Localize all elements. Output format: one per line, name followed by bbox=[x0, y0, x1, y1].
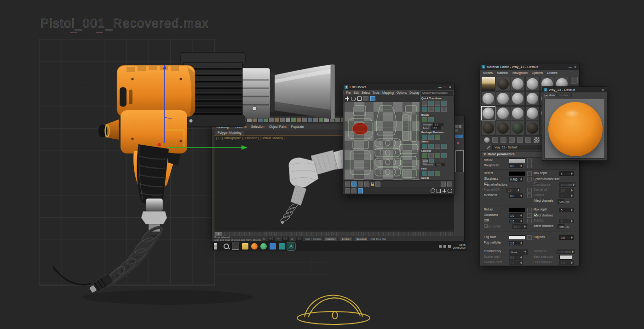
uv-menu-item[interactable]: Options bbox=[397, 91, 407, 94]
pelt-map-icon[interactable] bbox=[435, 171, 440, 176]
scatter-spinner[interactable]: 0.0 bbox=[509, 255, 523, 260]
preview-title-bar[interactable]: 3 vray_13 - Default × bbox=[542, 87, 607, 92]
ior-spinner[interactable]: 1.6 bbox=[509, 219, 523, 223]
brush-section[interactable]: Brush bbox=[421, 113, 429, 116]
maximize-icon[interactable]: □ bbox=[443, 85, 448, 89]
reshape-section[interactable]: Reshape Elements bbox=[421, 131, 444, 134]
peel-section[interactable]: Peel bbox=[421, 167, 426, 170]
refract-map-button[interactable] bbox=[527, 208, 532, 212]
material-sample-slot[interactable] bbox=[481, 106, 495, 120]
stitch-section[interactable]: Stitch bbox=[421, 140, 428, 143]
command-panel-tab-icon[interactable] bbox=[459, 125, 461, 128]
reset-map-icon[interactable] bbox=[509, 137, 515, 143]
material-sample-slot[interactable] bbox=[511, 77, 525, 91]
mirror-tool-icon[interactable] bbox=[370, 96, 375, 101]
zoom-tool-icon[interactable] bbox=[431, 188, 435, 193]
assign-material-icon[interactable] bbox=[500, 137, 506, 143]
ior-map-button[interactable] bbox=[527, 219, 532, 223]
weld-icon[interactable] bbox=[429, 159, 434, 163]
material-editor-menu-item[interactable]: Material bbox=[497, 71, 508, 74]
uv-texture-dropdown[interactable]: CheckerPattern (Checker) bbox=[421, 91, 453, 96]
command-panel-sliver[interactable] bbox=[454, 124, 464, 236]
material-sample-slot[interactable] bbox=[481, 121, 495, 135]
refract-glossiness-map-button[interactable] bbox=[527, 213, 532, 218]
material-sample-slot[interactable] bbox=[511, 121, 525, 135]
material-sample-slot[interactable] bbox=[496, 77, 510, 91]
tray-icon[interactable] bbox=[439, 245, 442, 248]
space-v-icon[interactable] bbox=[428, 107, 434, 112]
fresnel-ior-spinner[interactable]: 1.6 bbox=[506, 188, 520, 193]
fog-bias-spinner[interactable]: 0.0 bbox=[559, 235, 574, 240]
backside-color-swatch[interactable] bbox=[559, 255, 572, 260]
uv-menu-item[interactable]: Select bbox=[362, 91, 370, 94]
material-editor-menu-item[interactable]: Modes bbox=[483, 71, 493, 74]
command-panel-tab-icon[interactable] bbox=[455, 129, 458, 132]
get-material-icon[interactable] bbox=[484, 137, 490, 143]
reflect-glossiness-spinner[interactable]: 0.466 bbox=[509, 177, 523, 182]
align-h-icon[interactable] bbox=[422, 101, 427, 106]
align-v-icon[interactable] bbox=[428, 101, 434, 106]
freeform-mode-icon[interactable] bbox=[363, 96, 368, 101]
space-h-icon[interactable] bbox=[422, 107, 427, 112]
refract-max-depth-spinner[interactable]: 5 bbox=[559, 208, 574, 212]
uv-menu-item[interactable]: Edit bbox=[353, 91, 358, 94]
reflect-max-depth-spinner[interactable]: 5 bbox=[559, 171, 574, 176]
roughness-map-button[interactable] bbox=[527, 164, 532, 168]
material-sample-slot[interactable] bbox=[496, 91, 510, 106]
fog-color-swatch[interactable] bbox=[509, 235, 525, 240]
uv-u-field-icon[interactable] bbox=[441, 182, 446, 187]
command-panel-tab-icon[interactable] bbox=[455, 125, 458, 128]
metalness-map-button[interactable] bbox=[527, 193, 532, 198]
update-button[interactable]: Update bbox=[556, 93, 571, 97]
grid-snap-icon[interactable] bbox=[358, 188, 363, 193]
set-key-button[interactable]: Set Key bbox=[340, 237, 352, 241]
dim-distance-spinner[interactable]: 100.0cm bbox=[559, 182, 575, 187]
move-brush-icon[interactable] bbox=[422, 117, 427, 122]
abbe-spinner[interactable]: 50.0 bbox=[512, 224, 527, 229]
straighten-icon[interactable] bbox=[422, 135, 427, 140]
close-icon[interactable]: × bbox=[573, 65, 578, 68]
material-sample-slot[interactable] bbox=[525, 77, 540, 91]
put-material-icon[interactable] bbox=[492, 137, 498, 143]
affect-channels2-dropdown[interactable]: Col...nly bbox=[558, 224, 564, 229]
fwdbck-spinner[interactable]: 1.0 bbox=[509, 261, 523, 265]
filter-icon[interactable] bbox=[351, 188, 356, 193]
stitch-average-icon[interactable] bbox=[435, 144, 440, 149]
dim-falloff-spinner[interactable]: 0.0 bbox=[559, 188, 574, 193]
rotate-tool-icon[interactable] bbox=[351, 96, 356, 101]
make-rectangular-icon[interactable] bbox=[428, 135, 434, 140]
fresnel-ior-map-button[interactable] bbox=[527, 188, 532, 193]
material-sample-slot[interactable] bbox=[511, 106, 525, 120]
affect-channels-dropdown[interactable]: Col...nly bbox=[558, 199, 564, 204]
rotate--90-icon[interactable] bbox=[441, 101, 447, 106]
command-panel-name-field[interactable] bbox=[455, 150, 464, 172]
refract-subdivs-spinner[interactable]: 8 bbox=[559, 219, 574, 223]
uv-v-field-icon[interactable] bbox=[447, 182, 452, 187]
uv-title-bar[interactable]: 3 Edit UVWs — □ × bbox=[343, 84, 454, 90]
scale-tool-icon[interactable] bbox=[357, 96, 362, 101]
zoom-extents-icon[interactable] bbox=[448, 188, 452, 193]
linear-align-icon[interactable] bbox=[441, 107, 447, 112]
uv-menu-item[interactable]: Display bbox=[409, 91, 419, 94]
refract-color-swatch[interactable] bbox=[509, 208, 525, 212]
minimize-icon[interactable]: — bbox=[437, 85, 443, 89]
threshold-field[interactable]: 0.01 bbox=[435, 163, 445, 166]
brush-falloff-field[interactable]: 16.0 bbox=[431, 126, 441, 130]
vertex-mode-icon[interactable] bbox=[345, 182, 350, 187]
command-panel-selected-row[interactable] bbox=[455, 135, 463, 138]
material-sample-slot[interactable] bbox=[481, 77, 495, 91]
material-sample-slot[interactable] bbox=[525, 121, 540, 135]
select-section[interactable]: Select bbox=[421, 176, 429, 179]
quick-peel-icon[interactable] bbox=[422, 171, 427, 176]
tray-icon[interactable] bbox=[448, 245, 451, 248]
material-editor-menu-item[interactable]: Utilities bbox=[547, 71, 558, 74]
lock-selection-icon[interactable] bbox=[371, 184, 374, 186]
metalness-spinner[interactable]: 0.0 bbox=[509, 193, 523, 198]
rotate-90-icon[interactable] bbox=[435, 101, 440, 106]
relax-until-flat-icon[interactable] bbox=[435, 135, 440, 140]
stitch-source-icon[interactable] bbox=[428, 144, 434, 149]
stitch-custom-icon[interactable] bbox=[422, 144, 427, 149]
put-to-library-icon[interactable] bbox=[525, 137, 531, 143]
paint-select-icon[interactable] bbox=[375, 182, 380, 187]
flatten-material-icon[interactable] bbox=[441, 153, 447, 158]
